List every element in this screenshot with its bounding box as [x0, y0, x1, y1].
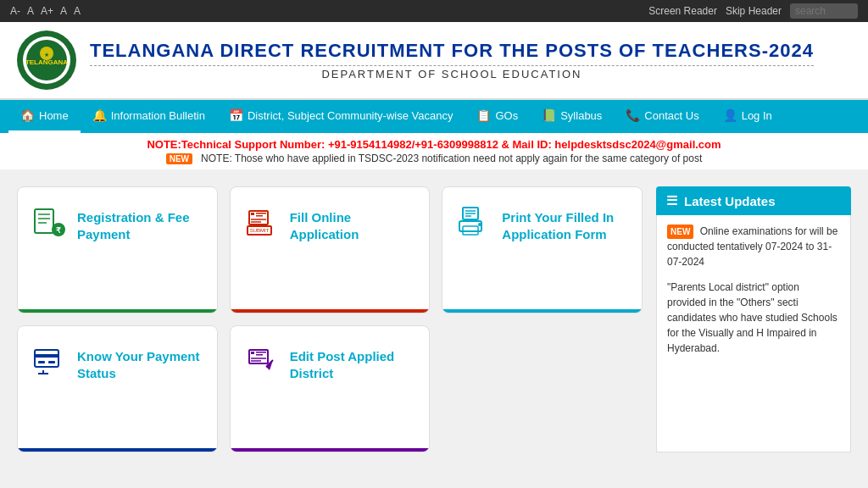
gos-icon: 📋: [476, 108, 491, 122]
svg-point-25: [478, 223, 481, 226]
card-registration-fee[interactable]: ₹ Registration & Fee Payment: [17, 186, 218, 313]
font-increase-btn[interactable]: A+: [41, 5, 53, 17]
site-header: TELANGANA ★ TELANGANA DIRECT RECRUITMENT…: [0, 22, 868, 100]
latest-updates-panel: ☰ Latest Updates NEW Online examinations…: [656, 186, 851, 452]
screen-reader-link[interactable]: Screen Reader: [648, 5, 717, 17]
font-size-controls: A- A A+ A A: [10, 5, 81, 17]
svg-text:★: ★: [44, 52, 49, 58]
svg-rect-34: [256, 352, 266, 353]
edit-district-icon: [244, 343, 280, 386]
card-print-application[interactable]: Print Your Filled In Application Form: [442, 186, 643, 313]
svg-rect-14: [256, 215, 263, 217]
nav-item-gos[interactable]: 📋 GOs: [465, 100, 530, 133]
font-alt1-btn[interactable]: A: [60, 5, 67, 17]
new-badge-update1: NEW: [667, 225, 693, 239]
font-decrease-btn[interactable]: A-: [10, 5, 20, 17]
update-text-2: "Parents Local district" option provided…: [667, 281, 837, 354]
update-item-1: NEW Online examinations for will be cond…: [667, 224, 840, 269]
update-item-2: "Parents Local district" option provided…: [667, 280, 840, 356]
syllabus-icon: 📗: [542, 108, 556, 122]
svg-text:SUBMIT: SUBMIT: [249, 228, 269, 233]
skip-header-link[interactable]: Skip Header: [726, 5, 782, 17]
nav-label-bulletin: Information Bulletin: [111, 109, 205, 122]
card-label-print-application: Print Your Filled In Application Form: [502, 209, 628, 242]
nav-item-login[interactable]: 👤 Log In: [711, 100, 784, 133]
font-normal-btn[interactable]: A: [27, 5, 34, 17]
card-fill-application[interactable]: SUBMIT Fill Online Application: [230, 186, 431, 313]
site-title: TELANGANA DIRECT RECRUITMENT FOR THE POS…: [90, 40, 814, 62]
nav-item-bulletin[interactable]: 🔔 Information Bulletin: [81, 100, 217, 133]
notice-main: NOTE:Technical Support Number: +91-91541…: [14, 138, 854, 151]
svg-rect-13: [256, 213, 266, 214]
print-application-icon: [456, 204, 492, 247]
card-inner: Print Your Filled In Application Form: [456, 204, 628, 247]
search-input[interactable]: [790, 3, 858, 19]
nav-label-contact: Contact Us: [644, 109, 698, 122]
updates-header: ☰ Latest Updates: [656, 186, 851, 215]
login-icon: 👤: [723, 108, 737, 122]
card-inner: Edit Post Applied District: [244, 343, 416, 386]
font-alt2-btn[interactable]: A: [74, 5, 81, 17]
site-logo: TELANGANA ★: [17, 30, 76, 90]
svg-rect-35: [256, 354, 263, 356]
top-bar: A- A A+ A A Screen Reader Skip Header: [0, 0, 868, 22]
svg-rect-33: [251, 352, 254, 354]
nav-label-home: Home: [39, 109, 69, 122]
main-nav: 🏠 Home 🔔 Information Bulletin 📅 District…: [0, 100, 868, 133]
nav-item-syllabus[interactable]: 📗 Syllabus: [530, 100, 614, 133]
nav-item-vacancy[interactable]: 📅 District, Subject Community-wise Vacan…: [217, 100, 465, 133]
svg-rect-5: [35, 209, 53, 233]
svg-rect-27: [35, 354, 58, 358]
nav-item-home[interactable]: 🏠 Home: [8, 100, 81, 133]
card-inner: SUBMIT Fill Online Application: [244, 204, 416, 247]
vacancy-icon: 📅: [229, 108, 243, 122]
updates-title: Latest Updates: [684, 194, 776, 208]
card-inner: Know Your Payment Status: [31, 343, 203, 386]
notice-bar: NOTE:Technical Support Number: +91-91541…: [0, 133, 868, 169]
card-edit-district[interactable]: Edit Post Applied District: [230, 325, 431, 452]
card-label-edit-district: Edit Post Applied District: [290, 348, 416, 381]
nav-label-login: Log In: [742, 109, 772, 122]
card-payment-status[interactable]: Know Your Payment Status: [17, 325, 218, 452]
bulletin-icon: 🔔: [92, 108, 107, 122]
site-subtitle: DEPARTMENT OF SCHOOL EDUCATION: [90, 65, 814, 80]
top-bar-right: Screen Reader Skip Header: [648, 3, 858, 19]
svg-rect-29: [48, 361, 55, 363]
payment-status-icon: [31, 343, 67, 386]
updates-body: NEW Online examinations for will be cond…: [656, 215, 851, 452]
svg-rect-28: [38, 361, 45, 363]
header-text: TELANGANA DIRECT RECRUITMENT FOR THE POS…: [90, 40, 814, 80]
svg-rect-12: [251, 213, 254, 215]
nav-label-gos: GOs: [495, 109, 518, 122]
fill-application-icon: SUBMIT: [244, 204, 280, 247]
action-cards-grid: ₹ Registration & Fee Payment: [17, 186, 643, 452]
nav-item-contact[interactable]: 📞 Contact Us: [614, 100, 710, 133]
nav-label-vacancy: District, Subject Community-wise Vacancy: [248, 109, 453, 122]
new-badge: NEW: [166, 153, 192, 164]
registration-fee-icon: ₹: [31, 204, 67, 247]
notice-sub-text: NOTE: Those who have applied in TSDSC-20…: [201, 152, 702, 164]
contact-icon: 📞: [626, 108, 640, 122]
card-label-payment-status: Know Your Payment Status: [77, 348, 203, 381]
main-content: ₹ Registration & Fee Payment: [0, 169, 868, 469]
card-label-fill-application: Fill Online Application: [290, 209, 416, 242]
nav-label-syllabus: Syllabus: [560, 109, 602, 122]
svg-rect-26: [35, 350, 58, 367]
card-label-registration: Registration & Fee Payment: [77, 209, 203, 242]
svg-text:₹: ₹: [56, 226, 61, 235]
card-inner: ₹ Registration & Fee Payment: [31, 204, 203, 247]
home-icon: 🏠: [20, 108, 35, 122]
updates-list-icon: ☰: [666, 193, 677, 208]
notice-sub: NEW NOTE: Those who have applied in TSDS…: [14, 152, 854, 164]
